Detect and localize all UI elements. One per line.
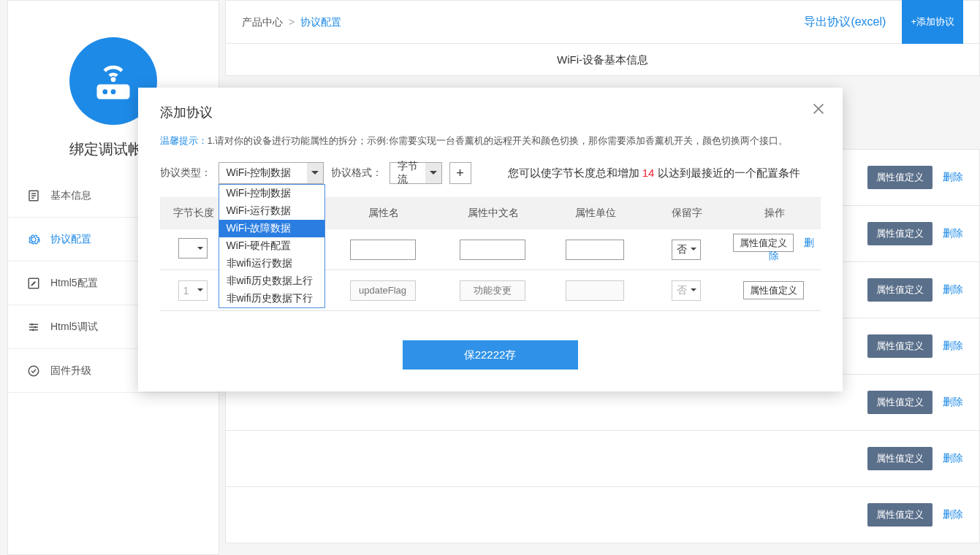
gear-icon	[27, 233, 40, 246]
add-protocol-modal: 添加协议 温馨提示：1.请对你的设备进行功能属性的拆分；示例:你需要实现一台香薰…	[138, 88, 843, 391]
reserved-select[interactable]: 否	[672, 280, 701, 301]
table-header-cell: 操作	[731, 207, 818, 220]
table-header-cell: 属性单位	[548, 207, 643, 220]
format-label: 协议格式：	[331, 166, 382, 180]
doc-icon	[27, 189, 40, 202]
hint-label: 温馨提示：	[160, 135, 208, 146]
reserved-select[interactable]: 否	[672, 240, 701, 260]
select-value: WiFi-控制数据	[227, 166, 292, 180]
sliders-icon	[27, 321, 40, 334]
svg-point-14	[32, 329, 34, 331]
panel-title: WiFi-设备基本信息	[225, 44, 980, 76]
info-suffix: 以达到最接近的一个配置条件	[654, 166, 799, 179]
byte-length-select[interactable]	[178, 238, 208, 259]
breadcrumb-bar: 产品中心 > 协议配置 导出协议(excel) +添加协议	[225, 0, 980, 44]
attr-value-define-button[interactable]: 属性值定义	[867, 166, 932, 189]
svg-point-13	[34, 326, 37, 328]
table-row: 属性值定义删除	[225, 431, 980, 487]
attr-value-define-button[interactable]: 属性值定义	[867, 278, 932, 302]
delete-link[interactable]: 删除	[943, 227, 963, 240]
select-value: 否	[677, 284, 687, 297]
menu-label: 基本信息	[50, 189, 91, 202]
attr-value-define-button[interactable]: 属性值定义	[867, 222, 932, 245]
menu-label: Html5调试	[50, 321, 98, 334]
attr-cn-input[interactable]	[460, 280, 525, 301]
byte-length-info: 您可以使字节长度总和增加 14 以达到最接近的一个配置条件	[508, 166, 800, 180]
dropdown-option[interactable]: WiFi-硬件配置	[219, 237, 324, 255]
info-number: 14	[642, 166, 655, 179]
add-row-button[interactable]: +	[449, 162, 471, 184]
attr-value-define-button[interactable]: 属性值定义	[743, 281, 804, 299]
attr-value-define-button[interactable]: 属性值定义	[867, 503, 932, 527]
table-header-cell: 属性中文名	[438, 207, 548, 220]
byte-length-select[interactable]: 1	[178, 280, 208, 301]
add-protocol-button[interactable]: +添加协议	[902, 0, 963, 48]
breadcrumb-root[interactable]: 产品中心	[242, 0, 283, 44]
attr-name-input[interactable]	[350, 240, 416, 260]
delete-link[interactable]: 删除	[943, 283, 963, 296]
delete-link[interactable]: 删除	[943, 171, 963, 184]
attr-unit-input[interactable]	[566, 240, 624, 260]
table-header-cell: 字节长度	[161, 207, 227, 220]
svg-point-15	[29, 366, 39, 376]
router-icon	[87, 55, 140, 107]
select-value: 否	[677, 243, 687, 256]
breadcrumb-sep: >	[289, 0, 295, 44]
breadcrumb-current: 协议配置	[300, 0, 341, 44]
attr-unit-input[interactable]	[566, 280, 624, 301]
table-header-cell: 属性名	[329, 207, 438, 220]
delete-link[interactable]: 删除	[943, 396, 963, 409]
attr-cn-input[interactable]	[460, 240, 525, 260]
modal-close-button[interactable]	[810, 101, 827, 119]
menu-label: 协议配置	[50, 233, 91, 246]
select-value: 字节流	[398, 160, 422, 186]
protocol-format-select[interactable]: 字节流	[390, 162, 442, 184]
menu-label: 固件升级	[50, 364, 91, 378]
hint-body: 1.请对你的设备进行功能属性的拆分；示例:你需要实现一台香薰机的远程开关和颜色切…	[208, 135, 788, 146]
dropdown-option[interactable]: WiFi-控制数据	[219, 185, 324, 202]
delete-link[interactable]: 删除	[943, 340, 963, 353]
attr-name-input[interactable]	[350, 280, 416, 301]
menu-label: Html5配置	[50, 277, 98, 290]
table-row: 属性值定义删除	[225, 487, 980, 543]
table-header-cell: 保留字	[643, 207, 731, 220]
dropdown-option[interactable]: WiFi-运行数据	[219, 202, 324, 220]
info-prefix: 您可以使字节长度总和增加	[508, 166, 642, 179]
dropdown-option[interactable]: 非wifi历史数据上行	[219, 272, 324, 290]
svg-point-0	[111, 77, 116, 82]
delete-link[interactable]: 删除	[943, 508, 963, 521]
svg-point-12	[31, 323, 33, 325]
attr-value-define-button[interactable]: 属性值定义	[867, 334, 932, 358]
save-button[interactable]: 保22222存	[403, 340, 578, 370]
modal-title: 添加协议	[160, 104, 821, 121]
select-value: 1	[183, 285, 189, 296]
attr-value-define-button[interactable]: 属性值定义	[867, 447, 932, 470]
type-label: 协议类型：	[160, 166, 211, 180]
protocol-type-select[interactable]: WiFi-控制数据 WiFi-控制数据WiFi-运行数据WiFi-故障数据WiF…	[219, 162, 324, 184]
dropdown-option[interactable]: WiFi-故障数据	[219, 220, 324, 237]
delete-link[interactable]: 删除	[943, 452, 963, 465]
chevron-down-icon	[307, 163, 323, 183]
attr-value-define-button[interactable]: 属性值定义	[867, 391, 932, 414]
dropdown-option[interactable]: 非wifi历史数据下行	[219, 290, 324, 307]
svg-point-3	[111, 89, 116, 94]
modal-hint: 温馨提示：1.请对你的设备进行功能属性的拆分；示例:你需要实现一台香薰机的远程开…	[160, 134, 821, 148]
update-icon	[27, 364, 40, 378]
config-line: 协议类型： WiFi-控制数据 WiFi-控制数据WiFi-运行数据WiFi-故…	[160, 162, 821, 184]
edit-icon	[27, 277, 40, 290]
svg-point-2	[102, 89, 107, 94]
chevron-down-icon	[425, 163, 441, 183]
protocol-type-dropdown: WiFi-控制数据WiFi-运行数据WiFi-故障数据WiFi-硬件配置非wif…	[219, 184, 325, 308]
dropdown-option[interactable]: 非wifi运行数据	[219, 255, 324, 272]
export-protocol-link[interactable]: 导出协议(excel)	[804, 0, 886, 44]
attr-value-define-button[interactable]: 属性值定义	[733, 234, 794, 252]
close-icon	[810, 101, 827, 117]
